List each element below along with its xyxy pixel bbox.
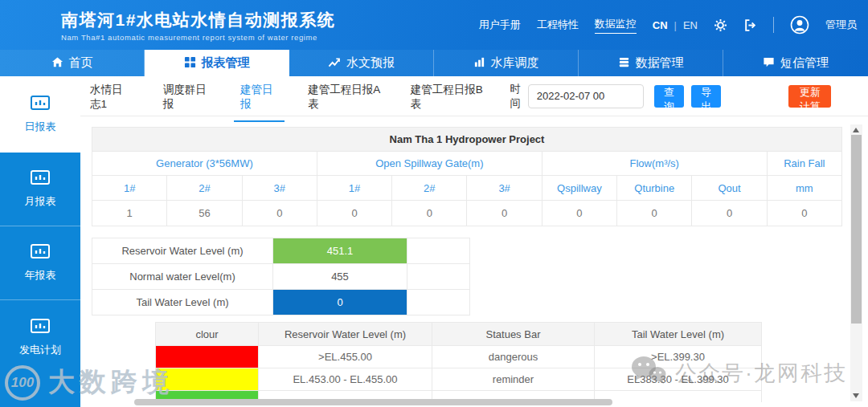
report-scroll-area: Nam Tha 1 Hydropower Project Generator (… [80,117,868,402]
chart-card-icon [30,95,51,113]
app-window: 南塔河1#水电站水情自动测报系统 Nam Tha#1 automatic mea… [0,0,868,407]
time-input[interactable] [528,84,644,108]
language-switch: CN | EN [653,19,698,31]
lang-divider: | [674,19,677,31]
main-table-title: Nam Tha 1 Hydropower Project [92,128,842,152]
col-header: mm [767,176,841,201]
col-header: Qturbine [617,176,692,201]
message-icon [763,56,775,71]
col-header: 2# [167,176,242,201]
chart-card-icon [30,169,51,188]
sidebar-item-label: 月报表 [25,194,56,209]
header-menu: 用户手册 工程特性 数据监控 CN | EN [479,15,857,35]
recalculate-button[interactable]: 更新计算 [788,85,831,108]
app-header: 南塔河1#水电站水情自动测报系统 Nam Tha#1 automatic mea… [0,0,868,50]
col-header: Qout [692,176,767,201]
subtab-dispatch-group-daily[interactable]: 调度群日报 [160,71,214,122]
level-row-label: Reservoir Water Level (m) [92,238,273,264]
cell-value: 0 [467,201,542,226]
status-header: clour [156,323,259,346]
col-header: 1# [317,176,391,201]
query-controls: 时间 查询 导出 更新计算 [510,82,868,111]
cell-value: 0 [767,201,841,226]
username-label[interactable]: 管理员 [825,18,857,32]
level-row-label: Normal water Level(m) [92,264,273,290]
group-generator: Generator (3*56MW) [92,152,317,176]
nav-tab-label: 首页 [69,55,93,71]
bar-chart-icon [473,56,485,71]
vertical-scrollbar-thumb[interactable] [851,135,862,324]
query-button[interactable]: 查询 [654,85,684,108]
status-tail-range: EL383.30 - EL.399.30 [595,368,762,391]
col-header: 3# [467,176,542,201]
level-row-label: Tail Water Level (m) [92,290,273,315]
vertical-scrollbar[interactable] [850,124,862,401]
header-divider [773,17,774,33]
status-reservoir-range: EL.453.00 - EL.455.00 [259,368,432,391]
sidebar: 日报表 月报表 年报表 [0,76,80,407]
chart-card-icon [30,318,51,336]
sidebar-item-label: 日报表 [25,120,56,134]
logout-icon[interactable] [743,18,757,32]
content-panel: 水情日志1 调度群日报 建管日报 建管工程日报A表 建管工程日报B表 时间 查询… [80,76,868,407]
subtab-construction-daily-b[interactable]: 建管工程日报B表 [407,71,487,122]
status-tail-range: >EL.399.30 [595,346,762,368]
sidebar-item-generation-plan[interactable]: 发电计划 [0,300,80,374]
nav-tab-data-management[interactable]: 数据管理 [579,50,723,76]
brand: 南塔河1#水电站水情自动测报系统 Nam Tha#1 automatic mea… [61,9,335,42]
horizontal-scrollbar-thumb[interactable] [134,399,612,405]
status-legend-table: clour Reservoir Water Level (m) Statues … [155,322,762,402]
nav-tab-label: 水文预报 [346,55,395,71]
cell-value: 0 [617,201,692,226]
status-reservoir-range: >EL.455.00 [259,346,432,368]
status-label: reminder [432,368,595,391]
home-icon [51,56,63,71]
user-avatar[interactable] [790,15,809,35]
nav-tab-sms-management[interactable]: 短信管理 [723,50,868,76]
subtab-construction-daily[interactable]: 建管日报 [237,71,281,122]
nav-tab-label: 报表管理 [202,55,250,71]
chart-card-icon [30,243,51,262]
color-swatch-yellow [156,368,259,391]
scroll-up-arrow-icon[interactable] [853,128,859,132]
sidebar-item-daily-report[interactable]: 日报表 [0,76,80,153]
menu-data-monitor[interactable]: 数据监控 [595,17,637,34]
menu-project-features[interactable]: 工程特性 [537,18,579,32]
sidebar-item-yearly-report[interactable]: 年报表 [0,226,80,300]
subtab-water-log-1[interactable]: 水情日志1 [87,71,137,122]
app-title: 南塔河1#水电站水情自动测报系统 [61,9,335,31]
report-grid-icon [184,56,196,71]
lang-en[interactable]: EN [683,19,698,31]
col-header: 3# [242,176,317,201]
lang-cn[interactable]: CN [653,19,668,31]
water-level-table: Reservoir Water Level (m) 451.1 Normal w… [92,238,470,315]
nav-tab-label: 短信管理 [780,55,829,71]
cell-value: 1 [92,201,167,226]
subtab-construction-daily-a[interactable]: 建管工程日报A表 [305,71,384,122]
normal-level-value: 455 [273,264,407,290]
group-spillway-gate: Open Spillway Gate(m) [317,152,542,176]
status-header: Statues Bar [432,323,595,346]
time-label: 时间 [510,82,520,111]
tail-level-value: 0 [273,290,407,315]
status-tail-range [595,391,762,403]
scroll-down-arrow-icon[interactable] [853,393,859,398]
col-header: 2# [392,176,467,201]
empty-cell [407,238,470,264]
database-icon [618,56,630,71]
cell-value: 0 [392,201,467,226]
export-button[interactable]: 导出 [691,85,721,108]
trend-chart-icon [328,56,341,71]
app-subtitle: Nam Tha#1 automatic measurement report s… [61,33,335,42]
menu-user-manual[interactable]: 用户手册 [479,18,521,32]
nav-tab-label: 数据管理 [636,55,684,71]
group-flow: Flow(m³/s) [542,152,767,176]
status-header: Tail Water Level (m) [595,323,762,346]
cell-value: 0 [692,201,767,226]
col-header: 1# [92,176,167,201]
cell-value: 0 [542,201,616,226]
sidebar-item-label: 年报表 [25,268,56,283]
settings-gear-icon[interactable] [714,18,727,32]
cell-value: 56 [167,201,242,226]
sidebar-item-monthly-report[interactable]: 月报表 [0,153,80,226]
